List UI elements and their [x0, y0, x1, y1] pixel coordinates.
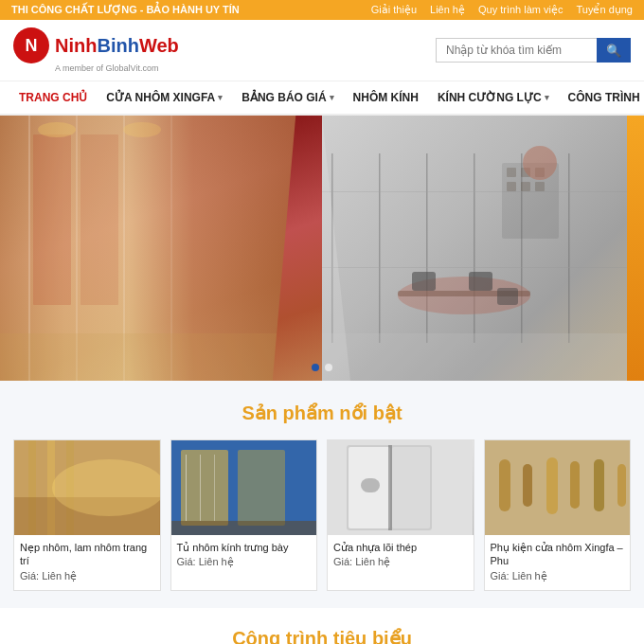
search-button[interactable]: 🔍 — [597, 38, 631, 63]
product-name-2: Tủ nhôm kính trưng bày — [177, 541, 312, 554]
chevron-down-icon: ▾ — [218, 93, 223, 102]
product-image-2 — [171, 440, 317, 535]
hero-dots — [312, 364, 332, 371]
svg-rect-26 — [507, 182, 516, 191]
logo-sub: A member of GlobalVit.com — [55, 63, 179, 73]
svg-rect-51 — [499, 459, 510, 511]
top-link-tuyendung[interactable]: Tuyển dụng — [577, 4, 633, 16]
product-image-1 — [14, 440, 160, 535]
svg-rect-43 — [171, 521, 317, 535]
svg-rect-5 — [80, 134, 118, 305]
nav-item-nhomkinh[interactable]: NHÔM KÍNH — [344, 81, 428, 114]
svg-rect-20 — [469, 272, 492, 291]
svg-rect-19 — [412, 272, 436, 291]
logo-icon: N — [13, 27, 49, 63]
svg-rect-47 — [392, 447, 430, 528]
svg-rect-28 — [535, 182, 545, 191]
hero-right-panel — [322, 116, 644, 381]
hero-office-svg — [322, 116, 644, 381]
hero-orange-bar — [627, 116, 644, 381]
nav-label-kinhcuong: KÍNH CƯỜNG LỰC — [438, 91, 542, 104]
hero-divider — [322, 116, 350, 381]
top-link-quytrinh[interactable]: Quy trình làm việc — [478, 4, 564, 16]
logo-area[interactable]: N NinhBinhWeb A member of GlobalVit.com — [13, 27, 179, 73]
product-img-svg-4 — [485, 440, 631, 535]
nav-item-congtrinh[interactable]: CÔNG TRÌNH — [559, 81, 644, 114]
svg-rect-6 — [0, 333, 322, 381]
nav-item-bangbaogia[interactable]: BẢNG BÁO GIÁ ▾ — [232, 81, 343, 114]
nav-item-cuanhom[interactable]: CỬA NHÔM XINGFA ▾ — [97, 81, 232, 114]
product-name-1: Nẹp nhôm, lam nhôm trang trí — [20, 541, 154, 568]
logo-main: N NinhBinhWeb — [13, 27, 179, 63]
svg-rect-15 — [322, 191, 644, 192]
svg-rect-48 — [388, 445, 392, 530]
hero-slider — [0, 116, 644, 381]
product-card-4[interactable]: Phụ kiện cửa nhôm Xingfa – Phu Giá: Liên… — [484, 439, 632, 591]
product-image-3 — [328, 440, 474, 535]
svg-rect-30 — [322, 333, 644, 381]
product-img-svg-3 — [328, 440, 474, 535]
svg-rect-38 — [181, 450, 228, 526]
nav-label-bangbaogia: BẢNG BÁO GIÁ — [242, 91, 326, 104]
svg-rect-16 — [322, 267, 644, 268]
product-card-1[interactable]: Nẹp nhôm, lam nhôm trang trí Giá: Liên h… — [13, 439, 161, 591]
product-info-4: Phụ kiện cửa nhôm Xingfa – Phu Giá: Liên… — [485, 535, 631, 590]
product-info-2: Tủ nhôm kính trưng bày Giá: Liên hệ — [171, 535, 317, 576]
svg-rect-42 — [214, 455, 215, 521]
nav-item-trangchu[interactable]: TRANG CHỦ — [9, 81, 97, 114]
products-section: Sản phẩm nổi bật Nẹp nhôm, lam nhôm tran… — [0, 381, 644, 608]
svg-rect-55 — [594, 459, 604, 511]
top-bar-links: Giải thiệu Liên hệ Quy trình làm việc Tu… — [371, 4, 633, 16]
product-info-3: Cửa nhựa lõi thép Giá: Liên hệ — [328, 535, 474, 576]
search-input[interactable] — [436, 38, 597, 63]
top-bar: THI CÔNG CHẤT LƯỢNG - BẢO HÀNH UY TÍN Gi… — [0, 0, 644, 20]
nav-label-nhomkinh: NHÔM KÍNH — [353, 91, 419, 104]
svg-rect-14 — [568, 153, 570, 343]
svg-rect-49 — [361, 478, 380, 492]
product-price-2: Giá: Liên hệ — [177, 556, 312, 568]
hero-dot-2[interactable] — [325, 364, 332, 371]
nav-label-trangchu: TRANG CHỦ — [19, 91, 87, 104]
svg-rect-56 — [617, 464, 626, 507]
svg-rect-40 — [186, 455, 187, 521]
hero-dot-1[interactable] — [312, 364, 319, 371]
products-grid: Nẹp nhôm, lam nhôm trang trí Giá: Liên h… — [13, 439, 631, 591]
product-img-svg-1 — [14, 440, 160, 535]
svg-rect-10 — [379, 153, 381, 343]
top-link-lienhe[interactable]: Liên hệ — [430, 4, 465, 16]
hero-image — [0, 116, 644, 381]
nav-item-kinhcuong[interactable]: KÍNH CƯỜNG LỰC ▾ — [428, 81, 559, 114]
svg-rect-21 — [497, 288, 518, 305]
svg-point-7 — [38, 122, 76, 137]
hero-glass-svg — [0, 116, 322, 381]
svg-rect-52 — [523, 464, 532, 507]
svg-rect-53 — [546, 457, 558, 514]
top-bar-promo: THI CÔNG CHẤT LƯỢNG - BẢO HÀNH UY TÍN — [11, 4, 240, 16]
search-area: 🔍 — [436, 38, 631, 63]
logo-text: NinhBinhWeb — [55, 36, 179, 55]
svg-rect-12 — [474, 153, 475, 343]
main-nav: TRANG CHỦ CỬA NHÔM XINGFA ▾ BẢNG BÁO GIÁ… — [0, 81, 644, 116]
product-name-4: Phụ kiện cửa nhôm Xingfa – Phu — [491, 541, 625, 568]
congtrinh-section: Công trình tiêu biểu — [0, 608, 644, 644]
chevron-down-icon: ▾ — [330, 93, 334, 102]
svg-rect-23 — [507, 168, 516, 177]
product-price-1: Giá: Liên hệ — [20, 570, 154, 582]
hero-left-panel — [0, 116, 322, 381]
nav-label-congtrinh: CÔNG TRÌNH — [568, 91, 640, 104]
product-card-2[interactable]: Tủ nhôm kính trưng bày Giá: Liên hệ — [170, 439, 318, 591]
nav-label-cuanhom: CỬA NHÔM XINGFA — [106, 91, 215, 104]
svg-rect-54 — [570, 461, 580, 509]
svg-point-8 — [123, 122, 161, 137]
product-image-4 — [485, 440, 631, 535]
products-title: Sản phẩm nổi bật — [13, 402, 631, 424]
svg-rect-39 — [238, 450, 285, 526]
svg-point-29 — [523, 146, 557, 180]
product-card-3[interactable]: Cửa nhựa lõi thép Giá: Liên hệ — [327, 439, 474, 591]
svg-rect-41 — [200, 455, 201, 521]
product-img-svg-2 — [171, 440, 317, 535]
top-link-gioithieu[interactable]: Giải thiệu — [371, 4, 417, 16]
product-info-1: Nẹp nhôm, lam nhôm trang trí Giá: Liên h… — [14, 535, 160, 590]
product-name-3: Cửa nhựa lõi thép — [333, 541, 468, 554]
product-price-4: Giá: Liên hệ — [491, 570, 625, 582]
